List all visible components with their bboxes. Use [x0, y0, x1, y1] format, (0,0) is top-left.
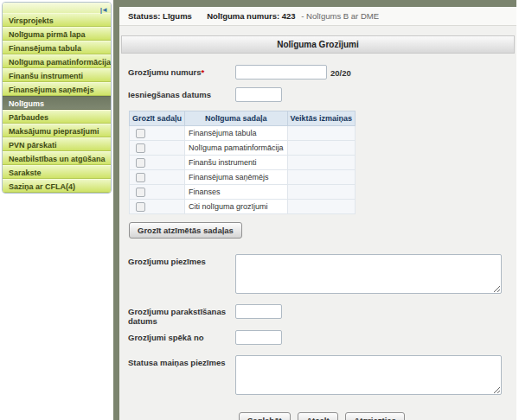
piezimes-textarea[interactable] [235, 254, 502, 294]
section-changes [287, 185, 356, 200]
section-checkbox[interactable] [136, 188, 145, 197]
section-name: Finansējuma tabula [185, 126, 288, 141]
agreement-number: Nolīguma numurs: 423 [207, 11, 295, 21]
sidebar-item-nol-guma-pamatinform-cija[interactable]: Nolīguma pamatinformācija [3, 54, 111, 68]
section-name: Finanses [185, 185, 288, 200]
column-header-izmainas: Veiktās izmaiņas [287, 111, 356, 126]
parakstisanas-label: Grozījumu parakstīšanas datums [128, 304, 235, 326]
sidebar-item-finans-juma-sa-m-js[interactable]: Finansējuma saņēmējs [3, 82, 111, 96]
status-value: Statuss: Līgums [128, 11, 192, 21]
sections-table: Grozīt sadaļu Nolīguma sadaļa Veiktās iz… [129, 111, 356, 214]
checkbox-cell [130, 141, 185, 156]
required-marker: * [201, 67, 204, 77]
section-changes [287, 200, 356, 214]
sidebar-item-finans-juma-tabula[interactable]: Finansējuma tabula [3, 41, 111, 54]
action-buttons: Saglabāt Atcelt Atgriezties [239, 412, 516, 420]
sidebar-collapse-icon[interactable]: |◄ [100, 6, 107, 14]
table-row: Finanšu instrumenti [130, 156, 356, 170]
section-name: Finansējuma saņēmējs [185, 170, 288, 185]
sidebar-header: |◄ [3, 3, 111, 13]
char-counter: 20/20 [330, 65, 351, 78]
checkbox-cell [130, 126, 185, 141]
sidebar-item-finan-u-instrumenti[interactable]: Finanšu instrumenti [3, 68, 111, 82]
sidebar-item-neatbilst-bas-un-atg-ana[interactable]: Neatbilstības un atgūšana [3, 151, 111, 165]
section-checkbox[interactable] [136, 143, 145, 153]
statusa-piezimes-textarea[interactable] [235, 355, 502, 395]
section-changes [287, 141, 356, 156]
section-checkbox[interactable] [136, 202, 145, 212]
section-name: Nolīguma pamatinformācija [185, 141, 288, 156]
table-row: Finansējuma saņēmējs [130, 170, 356, 185]
status-bar: Statuss: Līgums Nolīguma numurs: 423 - N… [119, 7, 516, 26]
section-changes [287, 156, 356, 170]
table-row: Finansējuma tabula [130, 126, 356, 141]
section-checkbox[interactable] [136, 173, 145, 182]
column-header-grozit: Grozīt sadaļu [130, 111, 185, 126]
amendments-form: Grozījumu numurs* 20/20 Iesniegšanas dat… [119, 54, 516, 420]
checkbox-cell [130, 156, 185, 170]
iesniegsanas-datums-input[interactable] [235, 87, 282, 102]
main-content: Statuss: Līgums Nolīguma numurs: 423 - N… [113, 0, 516, 420]
sidebar-item-p-rbaudes[interactable]: Pārbaudes [3, 110, 111, 124]
grozijumu-numurs-label: Grozījumu numurs* [128, 65, 235, 77]
spacer [119, 26, 516, 35]
column-header-sadala: Nolīguma sadaļa [185, 111, 288, 126]
section-name: Finanšu instrumenti [185, 156, 288, 170]
sidebar-menu: VirsprojektsNolīguma pirmā lapaFinansēju… [3, 13, 111, 193]
section-changes [287, 126, 356, 141]
sections-table-body: Finansējuma tabulaNolīguma pamatinformāc… [130, 126, 356, 214]
table-row: Citi nolīguma grozījumi [130, 200, 356, 214]
speka-no-label: Grozījumi spēkā no [128, 330, 235, 342]
sidebar-item-virsprojekts[interactable]: Virsprojekts [3, 13, 111, 27]
sidebar-item-nol-guma-pirm-lapa[interactable]: Nolīguma pirmā lapa [3, 27, 111, 41]
checkbox-cell [130, 200, 185, 214]
sidebar-item-nol-gums[interactable]: Nolīgums [3, 96, 111, 110]
table-header-row: Grozīt sadaļu Nolīguma sadaļa Veiktās iz… [130, 111, 356, 126]
save-button[interactable]: Saglabāt [239, 412, 291, 420]
table-row: Nolīguma pamatinformācija [130, 141, 356, 156]
back-button[interactable]: Atgriezties [345, 412, 405, 420]
checkbox-cell [130, 170, 185, 185]
agreement-title: - Nolīgums B ar DME [301, 11, 379, 21]
section-name: Citi nolīguma grozījumi [185, 200, 288, 214]
sidebar-item-sarakste[interactable]: Sarakste [3, 165, 111, 179]
sidebar-item-maks-jumu-piepras-jumi[interactable]: Maksājumu pieprasījumi [3, 124, 111, 137]
sidebar-item-pvn-p-rskati[interactable]: PVN pārskati [3, 137, 111, 151]
iesniegsanas-datums-label: Iesniegšanas datums [128, 87, 235, 99]
section-checkbox[interactable] [136, 129, 145, 138]
sidebar: |◄ VirsprojektsNolīguma pirmā lapaFinans… [2, 2, 112, 194]
cancel-button[interactable]: Atcelt [298, 412, 337, 420]
top-accent-bar [119, 0, 516, 7]
sidebar-item-sazi-a-ar-cfla-4-[interactable]: Saziņa ar CFLA(4) [3, 179, 111, 193]
checkbox-cell [130, 185, 185, 200]
piezimes-label: Grozījumu piezīmes [128, 254, 235, 266]
grozijumu-numurs-input[interactable] [235, 65, 327, 80]
grozit-sections-button[interactable]: Grozīt atzīmētās sadaļas [129, 222, 242, 239]
table-row: Finanses [130, 185, 356, 200]
parakstisanas-input[interactable] [235, 304, 282, 319]
statusa-piezimes-label: Statusa maiņas piezīmes [128, 355, 235, 367]
page-title: Nolīguma Grozījumi [121, 35, 515, 54]
section-checkbox[interactable] [136, 158, 145, 168]
section-changes [287, 170, 356, 185]
speka-no-input[interactable] [235, 330, 282, 345]
